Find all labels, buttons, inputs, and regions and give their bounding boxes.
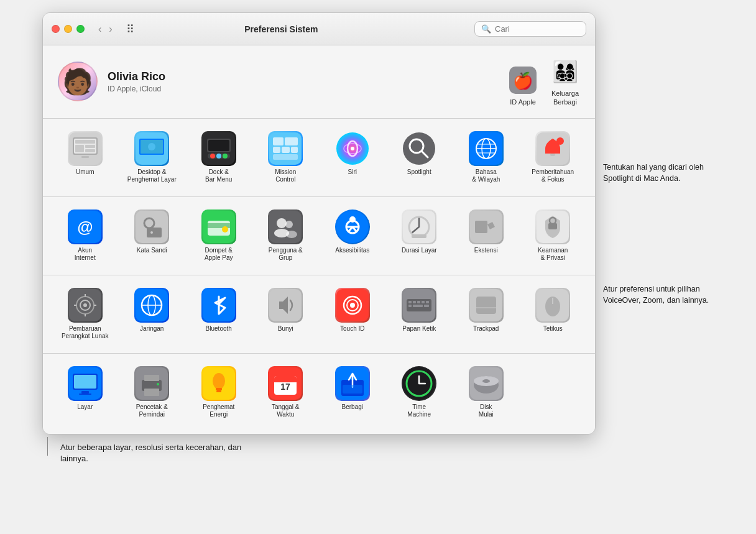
minimize-button[interactable]	[64, 25, 72, 33]
pref-pengguna[interactable]: Pengguna &Grup	[254, 205, 318, 267]
pref-umum[interactable]: Umum	[53, 126, 118, 189]
pref-dompet[interactable]: Dompet &Apple Pay	[187, 205, 251, 267]
svg-rect-56	[269, 211, 302, 243]
pref-katasandi[interactable]: Kata Sandi	[120, 205, 185, 267]
pembaruan-icon	[68, 288, 103, 323]
family-sharing-button[interactable]: 👨‍👩‍👧‍👦 KeluargaBerbagi	[550, 57, 580, 107]
svg-rect-131	[343, 385, 362, 394]
pref-pembaruan[interactable]: PembaruanPerangkat Lunak	[53, 283, 118, 346]
svg-rect-26	[273, 147, 280, 153]
svg-point-15	[148, 143, 155, 150]
pref-penghemat[interactable]: PenghematEnergi	[187, 361, 251, 424]
svg-rect-122	[216, 390, 221, 392]
svg-rect-29	[273, 154, 298, 160]
pengguna-label: Pengguna &Grup	[269, 247, 303, 262]
pref-bahasa[interactable]: Bahasa& Wilayah	[454, 126, 519, 189]
apple-id-button[interactable]: 🍎 ID Apple	[508, 65, 538, 106]
siri-icon	[335, 131, 370, 166]
pref-touchid[interactable]: Touch ID	[320, 283, 385, 346]
grid-section-2: @ AkunInternet	[43, 197, 595, 275]
penghemat-icon	[201, 366, 236, 401]
jaringan-icon	[134, 288, 169, 323]
pref-siri[interactable]: Siri	[320, 126, 385, 189]
user-info[interactable]: 🧑🏾 Olivia Rico ID Apple, iCloud	[58, 62, 165, 101]
svg-text:17: 17	[280, 382, 290, 392]
tanggal-label: Tanggal &Waktu	[272, 403, 299, 419]
svg-rect-113	[79, 394, 91, 395]
pref-aksesibilitas[interactable]: Aksesibilitas	[320, 205, 385, 267]
preferences-window: ‹ › ⠿ Preferensi Sistem 🔍 🧑🏾 Olivia	[42, 12, 596, 435]
pref-berbagi[interactable]: Berbagi	[320, 361, 385, 424]
user-section: 🧑🏾 Olivia Rico ID Apple, iCloud 🍎	[43, 45, 595, 119]
maximize-button[interactable]	[76, 25, 85, 33]
svg-text:@: @	[77, 218, 93, 236]
touchid-label: Touch ID	[340, 325, 364, 333]
tetikus-label: Tetikus	[543, 325, 563, 333]
family-sharing-label: KeluargaBerbagi	[551, 89, 579, 107]
svg-rect-28	[291, 147, 298, 153]
pref-ekstensi[interactable]: Ekstensi	[454, 205, 519, 267]
keamanan-label: Keamanan& Privasi	[538, 247, 568, 262]
pref-pencetak[interactable]: Pencetak &Pemindai	[120, 361, 185, 424]
pref-pemberitahuan[interactable]: Pemberitahuan& Fokus	[521, 126, 586, 189]
touchid-icon	[335, 288, 370, 323]
search-icon: 🔍	[481, 24, 491, 34]
pref-durasi[interactable]: Durasi Layar	[387, 205, 452, 267]
trackpad-icon	[469, 288, 504, 323]
pref-mission[interactable]: MissionControl	[254, 126, 318, 189]
pref-trackpad[interactable]: Trackpad	[454, 283, 519, 346]
aksesibilitas-icon	[335, 209, 370, 244]
desktop-label: Desktop &Penghemat Layar	[127, 168, 177, 184]
svg-point-51	[150, 231, 153, 234]
svg-rect-7	[75, 140, 95, 144]
aksesibilitas-label: Aksesibilitas	[335, 247, 369, 255]
pref-tanggal[interactable]: 17 Tanggal &Waktu	[254, 361, 318, 424]
svg-rect-44	[550, 154, 555, 156]
pref-dock[interactable]: Dock &Bar Menu	[187, 126, 251, 189]
pref-spotlight[interactable]: Spotlight	[387, 126, 452, 189]
svg-rect-96	[413, 301, 416, 303]
umum-icon	[68, 131, 103, 166]
svg-rect-97	[417, 301, 420, 303]
search-bar[interactable]: 🔍	[474, 21, 586, 37]
pref-keamanan[interactable]: Keamanan& Privasi	[521, 205, 586, 267]
svg-rect-102	[424, 305, 429, 307]
pref-desktop[interactable]: Desktop &Penghemat Layar	[120, 126, 185, 189]
penghemat-label: PenghematEnergi	[203, 403, 234, 419]
svg-point-92	[350, 303, 355, 308]
pref-tetikus[interactable]: Tetikus	[521, 283, 586, 346]
jaringan-label: Jaringan	[140, 325, 164, 333]
siri-label: Siri	[348, 168, 357, 177]
akun-icon: @	[68, 209, 103, 244]
katasandi-label: Kata Sandi	[137, 247, 167, 255]
pref-time[interactable]: TimeMachine	[387, 361, 452, 424]
accessibility-annotation: Atur preferensi untuk pilihan VoiceOver,…	[596, 283, 714, 306]
pref-layar[interactable]: Layar	[53, 361, 118, 424]
pref-bunyi[interactable]: Bunyi	[254, 283, 318, 346]
titlebar: ‹ › ⠿ Preferensi Sistem 🔍	[43, 13, 595, 45]
search-input[interactable]	[495, 24, 579, 34]
trackpad-label: Trackpad	[473, 325, 499, 333]
spotlight-annotation: Tentukan hal yang dicari oleh Spotlight …	[596, 162, 714, 184]
bahasa-icon	[469, 131, 504, 166]
layar-icon	[68, 366, 103, 401]
svg-point-58	[285, 221, 293, 228]
svg-rect-117	[144, 389, 159, 396]
pref-disk[interactable]: DiskMulai	[454, 361, 519, 424]
pref-bluetooth[interactable]: Bluetooth	[187, 283, 251, 346]
svg-point-22	[223, 154, 228, 159]
disk-icon	[469, 366, 504, 401]
user-details: Olivia Rico ID Apple, iCloud	[108, 70, 165, 93]
pref-papan[interactable]: Papan Ketik	[387, 283, 452, 346]
bahasa-label: Bahasa& Wilayah	[472, 168, 500, 184]
svg-rect-69	[412, 234, 426, 238]
pref-jaringan[interactable]: Jaringan	[120, 283, 185, 346]
svg-rect-9	[85, 145, 95, 148]
bunyi-label: Bunyi	[278, 325, 293, 333]
tetikus-icon	[535, 288, 570, 323]
berbagi-label: Berbagi	[342, 403, 363, 412]
apple-id-icon: 🍎	[508, 65, 538, 95]
family-sharing-icon: 👨‍👩‍👧‍👦	[550, 57, 580, 86]
pref-akun[interactable]: @ AkunInternet	[53, 205, 118, 267]
close-button[interactable]	[52, 25, 60, 33]
